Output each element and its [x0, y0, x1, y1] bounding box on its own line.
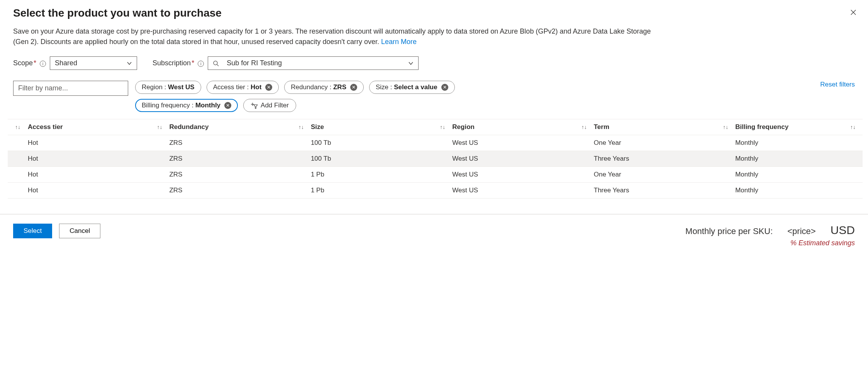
- info-icon[interactable]: i: [198, 61, 204, 67]
- table-row[interactable]: Hot ZRS 1 Pb West US One Year Monthly: [8, 167, 863, 183]
- cell-region: West US: [452, 139, 593, 147]
- required-indicator: *: [192, 59, 194, 67]
- subscription-dropdown[interactable]: Sub for RI Testing: [208, 56, 419, 70]
- col-size[interactable]: Size ↑↓: [311, 123, 452, 131]
- svg-marker-6: [254, 105, 258, 109]
- purchase-panel: Select the product you want to purchase …: [0, 0, 868, 258]
- clear-filter-icon[interactable]: ✕: [441, 84, 448, 91]
- select-button[interactable]: Select: [13, 224, 52, 238]
- cell-redundancy: ZRS: [169, 171, 310, 178]
- cell-access-tier: Hot: [28, 187, 169, 194]
- col-billing-frequency[interactable]: Billing frequency ↑↓: [735, 123, 863, 131]
- cell-term: Three Years: [594, 155, 735, 163]
- learn-more-link[interactable]: Learn More: [381, 38, 417, 46]
- cell-term: One Year: [594, 139, 735, 147]
- add-filter-label: Add Filter: [261, 102, 289, 109]
- scope-dropdown[interactable]: Shared: [50, 56, 137, 70]
- table-row[interactable]: Hot ZRS 1 Pb West US Three Years Monthly: [8, 183, 863, 199]
- col-term[interactable]: Term ↑↓: [594, 123, 735, 131]
- cancel-button[interactable]: Cancel: [59, 224, 100, 238]
- footer-actions: Select Cancel: [13, 224, 100, 238]
- sort-icon: ↑↓: [581, 124, 587, 130]
- cell-billing-frequency: Monthly: [735, 155, 863, 163]
- clear-filter-icon[interactable]: ✕: [265, 84, 272, 91]
- subscription-field: Subscription* i Sub for RI Testing: [153, 56, 419, 70]
- subscription-value: Sub for RI Testing: [227, 59, 282, 67]
- svg-line-3: [217, 64, 219, 66]
- required-indicator: *: [34, 59, 36, 67]
- col-redundancy[interactable]: Redundancy ↑↓: [169, 123, 310, 131]
- scope-value: Shared: [55, 59, 77, 67]
- col-access-tier[interactable]: Access tier ↑↓: [28, 123, 169, 131]
- search-icon: [213, 60, 219, 66]
- filter-pill-region[interactable]: Region : West US: [135, 81, 201, 94]
- cell-access-tier: Hot: [28, 139, 169, 147]
- cell-size: 1 Pb: [311, 171, 452, 178]
- form-row: Scope* i Shared Subscription* i Sub for: [13, 56, 855, 70]
- cell-region: West US: [452, 155, 593, 163]
- filter-pills-row-2: Billing frequency : Monthly ✕ Add Filter: [135, 99, 855, 112]
- add-filter-button[interactable]: Add Filter: [243, 99, 296, 112]
- table-row[interactable]: Hot ZRS 100 Tb West US Three Years Month…: [8, 151, 863, 167]
- estimated-savings: % Estimated savings: [685, 239, 855, 247]
- reset-filters-link[interactable]: Reset filters: [820, 81, 855, 88]
- filter-pills: Region : West US Access tier : Hot ✕ Red…: [135, 81, 813, 94]
- cell-redundancy: ZRS: [169, 187, 310, 194]
- products-table: ↑↓ Access tier ↑↓ Redundancy ↑↓ Size ↑↓ …: [8, 119, 863, 199]
- sort-icon: ↑↓: [15, 124, 20, 130]
- cell-billing-frequency: Monthly: [735, 171, 863, 178]
- cell-billing-frequency: Monthly: [735, 139, 863, 147]
- cell-billing-frequency: Monthly: [735, 187, 863, 194]
- description-text: Save on your Azure data storage cost by …: [13, 27, 651, 46]
- filter-pill-access-tier[interactable]: Access tier : Hot ✕: [207, 81, 279, 94]
- cell-size: 1 Pb: [311, 187, 452, 194]
- sort-icon: ↑↓: [723, 124, 728, 130]
- table-row[interactable]: Hot ZRS 100 Tb West US One Year Monthly: [8, 135, 863, 151]
- info-icon[interactable]: i: [40, 61, 46, 67]
- cell-access-tier: Hot: [28, 155, 169, 163]
- price-value: <price>: [787, 226, 815, 236]
- chevron-down-icon: [127, 61, 132, 66]
- price-label: Monthly price per SKU:: [685, 226, 773, 236]
- clear-filter-icon[interactable]: ✕: [224, 102, 231, 109]
- close-icon: [850, 9, 856, 16]
- cell-region: West US: [452, 187, 593, 194]
- filter-pill-redundancy[interactable]: Redundancy : ZRS ✕: [284, 81, 364, 94]
- footer-price: Monthly price per SKU: <price> USD % Est…: [685, 224, 855, 247]
- subscription-label: Subscription* i: [153, 59, 204, 67]
- svg-point-2: [214, 61, 217, 65]
- sort-icon: ↑↓: [157, 124, 162, 130]
- cell-size: 100 Tb: [311, 155, 452, 163]
- cell-redundancy: ZRS: [169, 155, 310, 163]
- page-description: Save on your Azure data storage cost by …: [13, 26, 654, 47]
- filter-row: Region : West US Access tier : Hot ✕ Red…: [13, 81, 855, 96]
- footer: Select Cancel Monthly price per SKU: <pr…: [0, 214, 868, 258]
- col-region[interactable]: Region ↑↓: [452, 123, 593, 131]
- page-title: Select the product you want to purchase: [13, 7, 855, 19]
- cell-region: West US: [452, 171, 593, 178]
- cell-size: 100 Tb: [311, 139, 452, 147]
- scope-field: Scope* i Shared: [13, 56, 137, 70]
- filter-pill-size[interactable]: Size : Select a value ✕: [369, 81, 455, 94]
- add-filter-icon: [251, 102, 258, 109]
- cell-term: One Year: [594, 171, 735, 178]
- clear-filter-icon[interactable]: ✕: [350, 84, 357, 91]
- row-sort-handle[interactable]: ↑↓: [8, 124, 28, 130]
- sort-icon: ↑↓: [298, 124, 304, 130]
- price-currency: USD: [831, 224, 855, 237]
- cell-access-tier: Hot: [28, 171, 169, 178]
- cell-term: Three Years: [594, 187, 735, 194]
- cell-redundancy: ZRS: [169, 139, 310, 147]
- sort-icon: ↑↓: [850, 124, 856, 130]
- table-header: ↑↓ Access tier ↑↓ Redundancy ↑↓ Size ↑↓ …: [8, 119, 863, 135]
- chevron-down-icon: [408, 61, 414, 66]
- sort-icon: ↑↓: [440, 124, 445, 130]
- close-button[interactable]: [848, 7, 859, 18]
- filter-by-name-input[interactable]: [13, 81, 128, 96]
- scope-label: Scope* i: [13, 59, 46, 67]
- filter-pill-billing-frequency[interactable]: Billing frequency : Monthly ✕: [135, 99, 238, 112]
